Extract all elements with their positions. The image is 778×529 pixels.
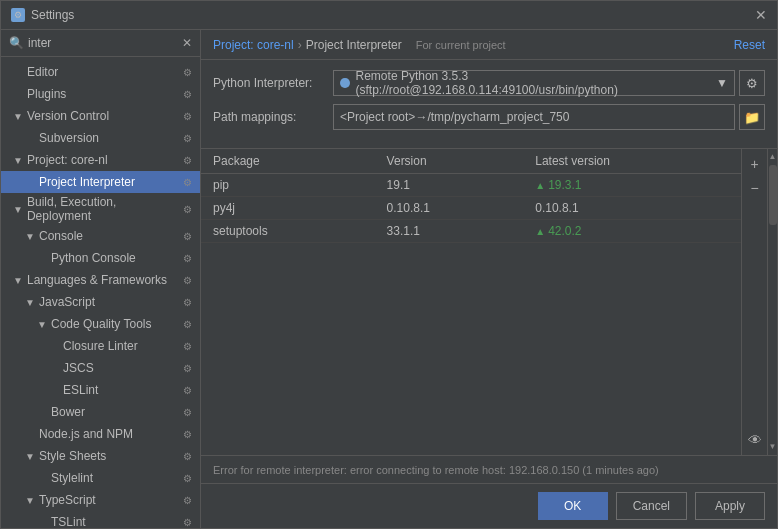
sidebar-item-editor[interactable]: Editor ⚙	[1, 61, 200, 83]
path-input[interactable]: <Project root>→/tmp/pycharm_project_750	[333, 104, 735, 130]
breadcrumb-separator: ›	[298, 38, 302, 52]
interpreter-row: Python Interpreter: Remote Python 3.5.3 …	[213, 70, 765, 96]
interpreter-select-text: Remote Python 3.5.3 (sftp://root@192.168…	[356, 69, 717, 97]
package-name: py4j	[201, 197, 375, 220]
close-button[interactable]: ✕	[755, 7, 767, 23]
path-value: <Project root>→/tmp/pycharm_project_750 …	[333, 104, 765, 130]
sidebar-item-python-console[interactable]: Python Console ⚙	[1, 247, 200, 269]
package-latest: 0.10.8.1	[523, 197, 741, 220]
remove-package-button[interactable]: −	[744, 177, 766, 199]
settings-cog-icon19: ⚙	[183, 473, 192, 484]
eye-button[interactable]: 👁	[744, 429, 766, 451]
sidebar-item-subversion[interactable]: Subversion ⚙	[1, 127, 200, 149]
breadcrumb: Project: core-nl › Project Interpreter F…	[213, 38, 506, 52]
search-input[interactable]	[28, 36, 182, 50]
settings-tree: Editor ⚙ Plugins ⚙ ▼ Version Control	[1, 57, 200, 528]
for-current-label: For current project	[416, 39, 506, 51]
scroll-down-arrow-icon[interactable]: ▼	[769, 441, 777, 453]
settings-cog-icon5: ⚙	[183, 155, 192, 166]
sidebar-item-console[interactable]: ▼ Console ⚙	[1, 225, 200, 247]
settings-cog-icon15: ⚙	[183, 385, 192, 396]
interpreter-label: Python Interpreter:	[213, 76, 333, 90]
col-latest: Latest version	[523, 149, 741, 174]
settings-cog-icon8: ⚙	[183, 231, 192, 242]
sidebar-item-code-quality[interactable]: ▼ Code Quality Tools ⚙	[1, 313, 200, 335]
package-latest: ▲ 19.3.1	[523, 174, 741, 197]
sidebar-item-project-interpreter[interactable]: Project Interpreter ⚙	[1, 171, 200, 193]
title-bar-left: ⚙ Settings	[11, 8, 74, 22]
package-name: setuptools	[201, 220, 375, 243]
table-row[interactable]: setuptools 33.1.1 ▲ 42.0.2	[201, 220, 741, 243]
sidebar-item-style-sheets[interactable]: ▼ Style Sheets ⚙	[1, 445, 200, 467]
interpreter-value: Remote Python 3.5.3 (sftp://root@192.168…	[333, 70, 765, 96]
sidebar-item-eslint[interactable]: ESLint ⚙	[1, 379, 200, 401]
col-package: Package	[201, 149, 375, 174]
scroll-up-arrow-icon[interactable]: ▲	[769, 151, 777, 163]
package-version: 33.1.1	[375, 220, 524, 243]
breadcrumb-project-link[interactable]: Project: core-nl	[213, 38, 294, 52]
table-row[interactable]: pip 19.1 ▲ 19.3.1	[201, 174, 741, 197]
sidebar-item-project[interactable]: ▼ Project: core-nl ⚙	[1, 149, 200, 171]
search-icon: 🔍	[9, 36, 24, 50]
window-title: Settings	[31, 8, 74, 22]
packages-scrollbar[interactable]: ▲ ▼	[767, 149, 777, 455]
sidebar-item-typescript[interactable]: ▼ TypeScript ⚙	[1, 489, 200, 511]
status-bar: Error for remote interpreter: error conn…	[201, 455, 777, 483]
sidebar-item-languages[interactable]: ▼ Languages & Frameworks ⚙	[1, 269, 200, 291]
breadcrumb-bar: Project: core-nl › Project Interpreter F…	[201, 30, 777, 60]
sidebar-item-version-control[interactable]: ▼ Version Control ⚙	[1, 105, 200, 127]
settings-cog-icon20: ⚙	[183, 495, 192, 506]
reset-link[interactable]: Reset	[734, 38, 765, 52]
settings-cog-icon10: ⚙	[183, 275, 192, 286]
settings-cog-icon12: ⚙	[183, 319, 192, 330]
packages-area: Package Version Latest version pip 19.1	[201, 149, 777, 455]
dropdown-arrow-icon: ▼	[716, 76, 728, 90]
sidebar-item-build-exec[interactable]: ▼ Build, Execution, Deployment ⚙	[1, 193, 200, 225]
sidebar-item-nodejs[interactable]: Node.js and NPM ⚙	[1, 423, 200, 445]
settings-cog-icon14: ⚙	[183, 363, 192, 374]
status-text: Error for remote interpreter: error conn…	[213, 464, 659, 476]
settings-cog-icon: ⚙	[183, 67, 192, 78]
path-mappings-row: Path mappings: <Project root>→/tmp/pycha…	[213, 104, 765, 130]
settings-cog-icon7: ⚙	[183, 204, 192, 215]
col-version: Version	[375, 149, 524, 174]
interpreter-select[interactable]: Remote Python 3.5.3 (sftp://root@192.168…	[333, 70, 735, 96]
package-latest: ▲ 42.0.2	[523, 220, 741, 243]
sidebar-item-plugins[interactable]: Plugins ⚙	[1, 83, 200, 105]
sidebar-item-tslint[interactable]: TSLint ⚙	[1, 511, 200, 528]
settings-icon: ⚙	[11, 8, 25, 22]
main-content: 🔍 ✕ Editor ⚙ Plugins	[1, 30, 777, 528]
sidebar-item-bower[interactable]: Bower ⚙	[1, 401, 200, 423]
settings-cog-icon17: ⚙	[183, 429, 192, 440]
ok-button[interactable]: OK	[538, 492, 608, 520]
breadcrumb-current: Project Interpreter	[306, 38, 402, 52]
packages-table: Package Version Latest version pip 19.1	[201, 149, 741, 455]
settings-cog-icon2: ⚙	[183, 89, 192, 100]
settings-cog-icon4: ⚙	[183, 133, 192, 144]
apply-button[interactable]: Apply	[695, 492, 765, 520]
settings-cog-icon16: ⚙	[183, 407, 192, 418]
settings-cog-icon11: ⚙	[183, 297, 192, 308]
table-row[interactable]: py4j 0.10.8.1 0.10.8.1	[201, 197, 741, 220]
settings-cog-icon13: ⚙	[183, 341, 192, 352]
scroll-thumb[interactable]	[769, 165, 777, 225]
interpreter-status-dot	[340, 78, 350, 88]
interpreter-gear-button[interactable]: ⚙	[739, 70, 765, 96]
clear-search-icon[interactable]: ✕	[182, 36, 192, 50]
sidebar-item-jscs[interactable]: JSCS ⚙	[1, 357, 200, 379]
dialog-footer: OK Cancel Apply	[201, 483, 777, 528]
package-name: pip	[201, 174, 375, 197]
package-version: 0.10.8.1	[375, 197, 524, 220]
add-package-button[interactable]: +	[744, 153, 766, 175]
cancel-button[interactable]: Cancel	[616, 492, 687, 520]
right-panel: Project: core-nl › Project Interpreter F…	[201, 30, 777, 528]
sidebar-item-closure-linter[interactable]: Closure Linter ⚙	[1, 335, 200, 357]
sidebar-item-stylelint[interactable]: Stylelint ⚙	[1, 467, 200, 489]
folder-browse-button[interactable]: 📁	[739, 104, 765, 130]
search-bar: 🔍 ✕	[1, 30, 200, 57]
package-version: 19.1	[375, 174, 524, 197]
side-actions: + − 👁	[741, 149, 767, 455]
sidebar-item-javascript[interactable]: ▼ JavaScript ⚙	[1, 291, 200, 313]
settings-cog-icon6: ⚙	[183, 177, 192, 188]
interpreter-settings: Python Interpreter: Remote Python 3.5.3 …	[201, 60, 777, 149]
